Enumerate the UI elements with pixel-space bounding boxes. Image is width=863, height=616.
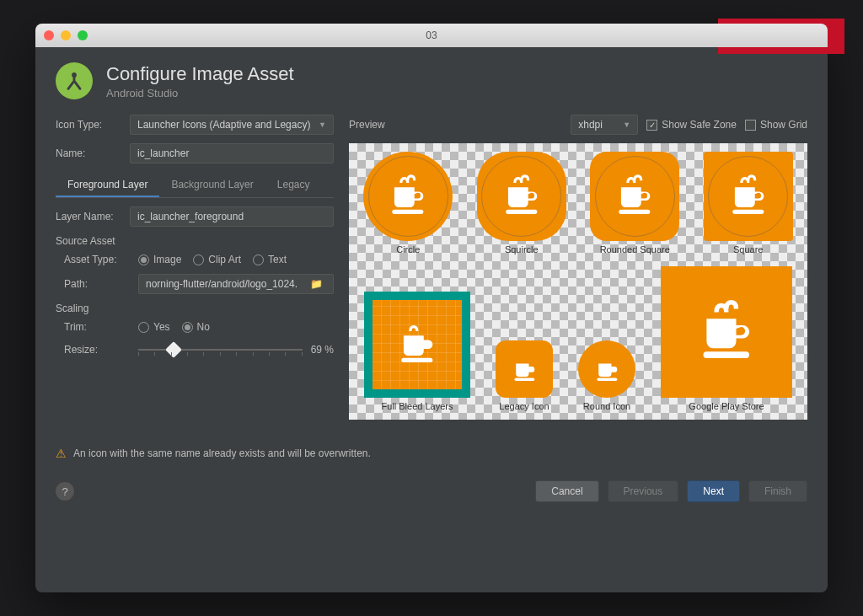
preview-label: Preview <box>349 119 385 131</box>
layer-name-input[interactable] <box>130 206 334 227</box>
resize-slider[interactable] <box>138 341 303 358</box>
preview-squircle <box>477 152 566 241</box>
icon-type-label: Icon Type: <box>56 119 121 131</box>
name-label: Name: <box>56 147 121 159</box>
folder-icon[interactable]: 📁 <box>307 278 326 290</box>
chevron-down-icon: ▼ <box>623 121 630 129</box>
help-button[interactable]: ? <box>56 482 74 501</box>
icon-type-select[interactable]: Launcher Icons (Adaptive and Legacy) ▼ <box>130 115 334 135</box>
tab-background-layer[interactable]: Background Layer <box>159 174 265 197</box>
checkbox-safe-zone[interactable]: ✓Show Safe Zone <box>646 119 737 131</box>
warning-icon: ⚠ <box>56 447 67 460</box>
tab-legacy[interactable]: Legacy <box>265 174 322 197</box>
preview-legacy-icon <box>496 340 553 398</box>
name-input[interactable] <box>130 143 334 163</box>
chevron-down-icon: ▼ <box>319 121 326 129</box>
tab-foreground-layer[interactable]: Foreground Layer <box>56 174 159 197</box>
dialog-title: Configure Image Asset <box>106 63 294 85</box>
resize-value: 69 % <box>311 344 334 356</box>
minimize-icon[interactable] <box>61 30 71 40</box>
layer-name-label: Layer Name: <box>56 211 121 222</box>
preview-area: Circle Squircle Rounded Square Square Fu… <box>349 143 807 420</box>
asset-type-label: Asset Type: <box>64 254 130 265</box>
path-input[interactable]: norning-flutter/android/logo_1024. 📁 <box>138 274 334 294</box>
preview-circle <box>363 152 453 241</box>
scaling-title: Scaling <box>56 303 334 314</box>
next-button[interactable]: Next <box>687 480 740 502</box>
radio-clip-art[interactable]: Clip Art <box>193 254 241 265</box>
window-title: 03 <box>426 29 437 41</box>
resize-label: Resize: <box>64 344 130 356</box>
preview-google-play <box>661 266 792 398</box>
dialog-subtitle: Android Studio <box>106 87 294 99</box>
radio-text[interactable]: Text <box>253 254 287 265</box>
density-select[interactable]: xhdpi▼ <box>571 115 638 135</box>
preview-rounded-square <box>590 152 679 241</box>
radio-trim-no[interactable]: No <box>182 321 210 333</box>
radio-image[interactable]: Image <box>138 254 181 265</box>
android-studio-icon <box>56 62 93 99</box>
preview-round-icon <box>578 340 635 398</box>
cancel-button[interactable]: Cancel <box>535 480 598 502</box>
titlebar[interactable]: 03 <box>35 24 828 47</box>
checkbox-show-grid[interactable]: Show Grid <box>745 119 807 131</box>
previous-button[interactable]: Previous <box>608 480 679 502</box>
trim-label: Trim: <box>64 321 130 333</box>
radio-trim-yes[interactable]: Yes <box>138 321 170 333</box>
dialog-window: 03 Configure Image Asset Android Studio … <box>35 24 828 592</box>
preview-full-bleed <box>364 292 470 398</box>
preview-square <box>704 152 793 241</box>
path-label: Path: <box>64 278 130 290</box>
source-asset-title: Source Asset <box>56 235 334 247</box>
finish-button[interactable]: Finish <box>748 480 807 502</box>
close-icon[interactable] <box>44 30 54 40</box>
warning-text: An icon with the same name already exist… <box>73 447 371 459</box>
maximize-icon[interactable] <box>78 30 88 40</box>
